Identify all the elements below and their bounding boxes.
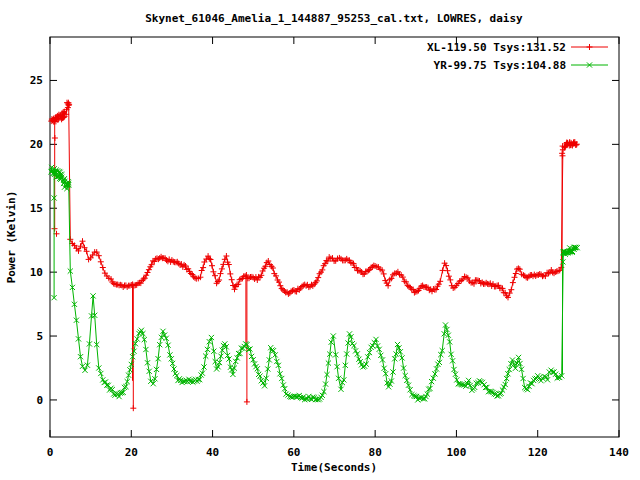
x-axis-label: Time(Seconds) [291, 461, 377, 474]
legend-label-xl: XL-119.50 Tsys:131.52 [427, 41, 566, 54]
x-tick-label: 20 [125, 446, 138, 459]
legend-label-yr: YR-99.75 Tsys:104.88 [434, 59, 566, 72]
x-tick-label: 40 [206, 446, 219, 459]
series-markers [48, 100, 580, 412]
x-tick-label: 100 [446, 446, 466, 459]
x-tick-label: 60 [287, 446, 300, 459]
y-tick-label: 15 [30, 202, 43, 215]
chart-title: Skynet_61046_Amelia_1_144887_95253_cal.t… [145, 12, 523, 25]
y-tick-label: 10 [30, 266, 43, 279]
series-line [51, 103, 577, 409]
y-tick-label: 25 [30, 74, 43, 87]
x-tick-label: 120 [528, 446, 548, 459]
x-tick-label: 0 [47, 446, 54, 459]
gnuplot-chart: Skynet_61046_Amelia_1_144887_95253_cal.t… [0, 0, 640, 480]
x-tick-label: 80 [369, 446, 382, 459]
data-series [48, 100, 580, 412]
legend-sample-lines [571, 44, 608, 68]
y-tick-label: 0 [36, 394, 43, 407]
legend: XL-119.50 Tsys:131.52 YR-99.75 Tsys:104.… [427, 41, 608, 72]
x-tick-label: 140 [609, 446, 629, 459]
y-tick-label: 20 [30, 138, 43, 151]
y-axis-label: Power (Kelvin) [5, 191, 18, 284]
legend-sample-marker [587, 44, 593, 50]
y-tick-label: 5 [36, 330, 43, 343]
chart-canvas: Skynet_61046_Amelia_1_144887_95253_cal.t… [0, 0, 640, 480]
series-xl [48, 100, 580, 412]
